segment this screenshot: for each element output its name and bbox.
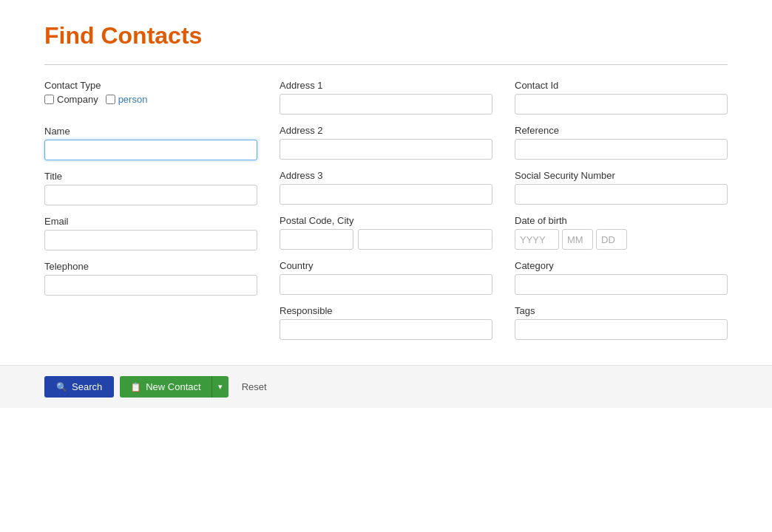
form-column-1: Contact Type Company person Name xyxy=(44,80,257,350)
title-input[interactable] xyxy=(44,185,257,205)
person-checkbox-label[interactable]: person xyxy=(106,94,148,105)
telephone-label: Telephone xyxy=(44,261,257,272)
dob-label: Date of birth xyxy=(515,215,728,226)
dob-group: Date of birth xyxy=(515,215,728,250)
dob-mm-input[interactable] xyxy=(562,229,593,250)
contact-id-group: Contact Id xyxy=(515,80,728,115)
contact-type-label: Contact Type xyxy=(44,80,257,91)
postal-city-group: Postal Code, City xyxy=(280,215,492,250)
new-contact-button[interactable]: New Contact xyxy=(120,376,211,398)
country-label: Country xyxy=(280,260,492,271)
search-form: Contact Type Company person Name xyxy=(44,80,728,350)
reference-label: Reference xyxy=(515,125,728,136)
tags-input[interactable] xyxy=(515,319,728,340)
address1-group: Address 1 xyxy=(280,80,492,115)
person-label-text: person xyxy=(118,94,148,105)
reference-input[interactable] xyxy=(515,139,728,160)
email-group: Email xyxy=(44,216,257,250)
dob-yyyy-input[interactable] xyxy=(515,229,559,250)
search-icon xyxy=(56,381,67,392)
company-checkbox-label[interactable]: Company xyxy=(44,94,98,105)
postal-input[interactable] xyxy=(280,229,353,250)
ssn-input[interactable] xyxy=(515,184,728,205)
category-input[interactable] xyxy=(515,274,728,295)
email-label: Email xyxy=(44,216,257,227)
category-group: Category xyxy=(515,260,728,295)
title-label: Title xyxy=(44,171,257,182)
dob-row xyxy=(515,229,728,250)
telephone-input[interactable] xyxy=(44,275,257,296)
ssn-group: Social Security Number xyxy=(515,170,728,205)
address3-group: Address 3 xyxy=(280,170,492,205)
address2-input[interactable] xyxy=(280,139,492,160)
telephone-group: Telephone xyxy=(44,261,257,296)
postal-city-row xyxy=(280,229,492,250)
reference-group: Reference xyxy=(515,125,728,160)
name-group: Name xyxy=(44,126,257,160)
email-input[interactable] xyxy=(44,230,257,250)
new-contact-icon xyxy=(130,381,141,392)
new-contact-button-label: New Contact xyxy=(146,381,200,392)
section-divider xyxy=(44,64,728,65)
country-input[interactable] xyxy=(280,274,492,295)
ssn-label: Social Security Number xyxy=(515,170,728,181)
responsible-group: Responsible xyxy=(280,305,492,340)
new-contact-dropdown-button[interactable]: ▾ xyxy=(211,376,228,398)
contact-id-input[interactable] xyxy=(515,94,728,115)
tags-label: Tags xyxy=(515,305,728,316)
address1-label: Address 1 xyxy=(280,80,492,91)
responsible-input[interactable] xyxy=(280,319,492,340)
postal-city-label: Postal Code, City xyxy=(280,215,492,226)
form-column-3: Contact Id Reference Social Security Num… xyxy=(515,80,728,350)
dob-dd-input[interactable] xyxy=(596,229,627,250)
contact-type-group: Contact Type Company person xyxy=(44,80,257,115)
page-title: Find Contacts xyxy=(44,22,728,50)
country-group: Country xyxy=(280,260,492,295)
address2-group: Address 2 xyxy=(280,125,492,160)
tags-group: Tags xyxy=(515,305,728,340)
address3-label: Address 3 xyxy=(280,170,492,181)
title-group: Title xyxy=(44,171,257,205)
name-input[interactable] xyxy=(44,140,257,160)
address3-input[interactable] xyxy=(280,184,492,205)
name-label: Name xyxy=(44,126,257,137)
reset-button[interactable]: Reset xyxy=(234,376,274,398)
company-checkbox[interactable] xyxy=(44,95,54,104)
address1-input[interactable] xyxy=(280,94,492,115)
category-label: Category xyxy=(515,260,728,271)
person-checkbox[interactable] xyxy=(106,95,115,104)
company-label-text: Company xyxy=(57,94,98,105)
contact-id-label: Contact Id xyxy=(515,80,728,91)
contact-type-row: Company person xyxy=(44,94,257,105)
search-button[interactable]: Search xyxy=(44,376,114,398)
search-button-label: Search xyxy=(72,381,102,392)
form-column-2: Address 1 Address 2 Address 3 Postal Cod… xyxy=(280,80,492,350)
new-contact-group: New Contact ▾ xyxy=(120,376,228,398)
chevron-down-icon: ▾ xyxy=(218,382,223,391)
reset-button-label: Reset xyxy=(242,381,267,392)
address2-label: Address 2 xyxy=(280,125,492,136)
responsible-label: Responsible xyxy=(280,305,492,316)
footer-bar: Search New Contact ▾ Reset xyxy=(0,365,772,408)
city-input[interactable] xyxy=(358,229,492,250)
